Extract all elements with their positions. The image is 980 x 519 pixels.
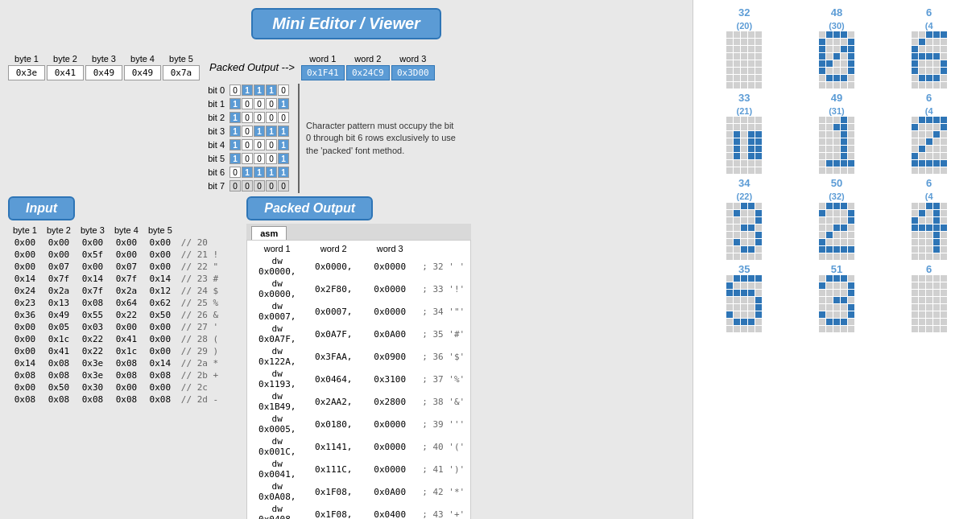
bit-cell-r1-c3[interactable]: 0 [266,98,277,109]
bm-cell-b11-r0-c2 [926,275,932,282]
bm-cell-b3-r2-c2 [741,131,747,138]
bm-cell-b2-r1-c2 [926,39,932,45]
bm-cell-b6-r4-c3 [748,232,755,238]
input-cell-r8-c2: 0x22 [76,333,110,345]
bm-cell-b4-r6-c1 [826,160,833,167]
bit-cell-r6-c1[interactable]: 1 [242,167,253,178]
bm-cell-b2-r0-c3 [933,31,940,38]
bit-cell-r0-c0[interactable]: 0 [229,84,241,96]
bit-cell-r0-c2[interactable]: 1 [254,84,265,96]
bm-cell-b8-r7-c0 [912,253,918,260]
bit-cell-r1-c4[interactable]: 1 [278,98,289,109]
tab-asm[interactable]: asm [251,226,287,240]
bm-cell-b9-r2-c3 [748,290,755,296]
bit-cell-r4-c4[interactable]: 1 [278,139,289,150]
table-row: 0x000x050x030x000x00// 27 ' [8,321,222,333]
bit-cell-r3-c0[interactable]: 1 [229,126,241,137]
input-cell-r13-c3: 0x08 [110,393,143,406]
bit-cell-r2-c3[interactable]: 0 [266,112,277,123]
bit-cell-r1-c0[interactable]: 1 [229,98,241,109]
bm-cell-b9-r6-c4 [755,319,762,325]
table-row: dw 0x0007,0x0007,0x0000; 34 '"' [249,300,469,323]
bit-cell-r5-c0[interactable]: 1 [229,153,241,164]
packed-cell-r5-c0: dw 0x1193, [249,368,305,390]
bit-cell-r2-c4[interactable]: 0 [278,112,289,123]
byte1-value[interactable]: 0x3e [8,65,45,80]
bit-cell-r4-c0[interactable]: 1 [229,139,241,150]
bm-cell-b5-r5-c0 [912,153,918,159]
bit-cell-r5-c3[interactable]: 0 [266,153,277,164]
bit-cell-r6-c0[interactable]: 0 [229,167,241,178]
bm-cell-b5-r5-c2 [926,153,932,159]
bm-cell-b6-r1-c0 [726,210,733,216]
char-label-3: 33(21) [737,92,753,117]
bm-cell-b11-r3-c1 [919,297,925,303]
byte2-value[interactable]: 0x41 [47,65,84,80]
bit-cell-r2-c1[interactable]: 0 [242,112,253,123]
bm-cell-b11-r1-c2 [926,282,932,289]
word1-value: 0x1F41 [301,65,345,80]
bm-cell-b7-r3-c0 [819,224,825,231]
bm-cell-b9-r5-c0 [726,311,733,318]
bm-cell-b5-r6-c4 [941,160,947,167]
char-bitmap-5 [912,117,947,174]
packed-cell-r7-c0: dw 0x0005, [249,413,305,435]
bit-cell-r6-c4[interactable]: 1 [278,167,289,178]
bit-cell-r7-c0[interactable]: 0 [229,180,241,192]
bit-cell-r3-c2[interactable]: 1 [254,126,265,137]
bit-cell-r4-c1[interactable]: 0 [242,139,253,150]
bit-cell-r7-c2[interactable]: 0 [254,180,265,192]
bit-cell-r3-c1[interactable]: 0 [242,126,253,137]
bm-cell-b11-r0-c1 [919,275,925,282]
bm-cell-b2-r2-c2 [926,46,932,52]
bm-cell-b2-r6-c0 [912,75,918,81]
bm-cell-b0-r3-c2 [741,53,747,60]
bit-cell-r1-c2[interactable]: 0 [254,98,265,109]
byte3-value[interactable]: 0x49 [85,65,122,80]
bit-cell-r2-c2[interactable]: 0 [254,112,265,123]
bit-cell-r4-c3[interactable]: 0 [266,139,277,150]
bit-cell-r6-c2[interactable]: 1 [254,167,265,178]
char-block-11: 6 [884,263,974,333]
bm-cell-b6-r1-c3 [748,210,755,216]
right-panel: 32(20)48(30)6(433(21)49(31)6(434(22)50(3… [693,0,980,519]
bit-cell-r7-c1[interactable]: 0 [242,180,253,192]
table-row: dw 0x0041,0x111C,0x0000; 41 ')' [249,458,469,480]
bm-cell-b1-r5-c1 [826,68,833,74]
bit-cell-r6-c3[interactable]: 1 [266,167,277,178]
packed-cell-r1-c2: 0x0000 [362,278,418,300]
input-cell-r8-c3: 0x41 [110,333,143,345]
bm-cell-b4-r2-c1 [826,131,833,138]
bm-cell-b3-r2-c0 [726,131,733,138]
char-block-2: 6(4 [884,6,974,89]
bit-cell-r1-c1[interactable]: 0 [242,98,253,109]
bit-cell-r5-c2[interactable]: 0 [254,153,265,164]
input-col-header-4: byte 5 [143,224,177,237]
input-cell-r12-c1: 0x50 [42,381,76,393]
bit-cell-r0-c4[interactable]: 0 [278,84,289,96]
bit-cell-r0-c1[interactable]: 1 [242,84,253,96]
byte5-value[interactable]: 0x7a [163,65,200,80]
bit-cell-r7-c4[interactable]: 0 [278,180,289,192]
bit-cell-r4-c2[interactable]: 0 [254,139,265,150]
bm-cell-b3-r2-c4 [755,131,762,138]
bit-cell-r2-c0[interactable]: 1 [229,112,241,123]
bm-cell-b11-r5-c4 [941,311,947,318]
byte2-label: byte 2 [47,54,84,64]
bit-row-label-4: bit 4 [201,140,229,150]
bm-cell-b0-r0-c0 [726,31,733,38]
bit-cell-r0-c3[interactable]: 1 [266,84,277,96]
bit-cell-r5-c1[interactable]: 0 [242,153,253,164]
byte4-value[interactable]: 0x49 [124,65,161,80]
bit-cell-r3-c4[interactable]: 1 [278,126,289,137]
bit-cell-r7-c3[interactable]: 0 [266,180,277,192]
bit-cell-r5-c4[interactable]: 1 [278,153,289,164]
bm-cell-b1-r0-c1 [826,31,833,38]
bm-cell-b3-r6-c0 [726,160,733,167]
bm-cell-b4-r2-c2 [833,131,840,138]
bm-cell-b2-r3-c3 [933,53,940,60]
bit-cell-r3-c3[interactable]: 1 [266,126,277,137]
byte3-label: byte 3 [85,54,122,64]
bm-cell-b11-r6-c4 [941,319,947,325]
bm-cell-b5-r5-c3 [933,153,940,159]
